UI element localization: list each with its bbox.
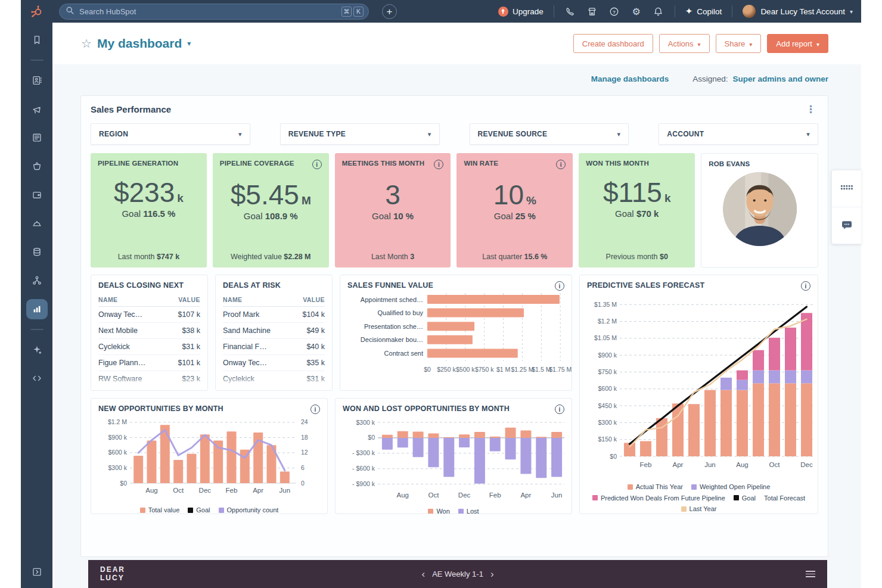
dashboard-title-menu[interactable]: ☆ My dashboard ▾: [81, 36, 191, 51]
panel-title: Sales Performance: [91, 104, 171, 114]
global-search[interactable]: ⌘ K: [59, 4, 369, 20]
legend-item[interactable]: Goal: [188, 505, 210, 514]
info-icon[interactable]: i: [312, 160, 322, 169]
info-icon[interactable]: i: [801, 281, 810, 291]
svg-text:Apr: Apr: [253, 487, 263, 494]
hubspot-logo-icon[interactable]: [29, 4, 44, 18]
sidebar-divider: [30, 60, 44, 61]
svg-text:$250 k: $250 k: [437, 366, 456, 373]
search-input[interactable]: [79, 7, 340, 16]
table-row[interactable]: Financial F…$40 k: [223, 339, 325, 355]
chevron-down-icon: [698, 39, 701, 48]
kpi-card-pipeline-generation: PIPELINE GENERATION$233kGoal 116.5 %Last…: [91, 153, 207, 267]
sidebar-item-wallet[interactable]: [26, 185, 48, 205]
legend-item[interactable]: Total Forecast: [764, 493, 805, 503]
kpi-goal: Goal 116.5 %: [122, 209, 175, 219]
table-row[interactable]: Onway Tec…$107 k: [98, 307, 200, 323]
filter-dropdown-revenue-source[interactable]: REVENUE SOURCE▾: [470, 123, 629, 145]
won-lost-opportunities-card: WON AND LOST OPPORTUNITIES BY MONTH i $3…: [335, 398, 572, 514]
add-report-button[interactable]: Add report: [767, 34, 828, 53]
create-new-button[interactable]: +: [382, 4, 397, 19]
share-button[interactable]: Share: [716, 34, 762, 53]
sidebar-item-barchart[interactable]: [26, 299, 48, 319]
table-row[interactable]: Figue Plann…$101 k: [98, 355, 200, 371]
legend-item[interactable]: Last Year: [681, 504, 717, 514]
table-row[interactable]: Onway Tec…$35 k: [223, 355, 325, 371]
search-icon: [66, 6, 74, 17]
sidebar-item-workflow[interactable]: [26, 270, 48, 291]
table-row[interactable]: Proof Mark$104 k: [223, 307, 325, 323]
table-row[interactable]: Next Mobile$38 k: [98, 323, 200, 339]
legend-item[interactable]: Total value: [140, 505, 180, 514]
legend-item[interactable]: Actual This Year: [628, 482, 683, 492]
assigned-value-link[interactable]: Super admins and owner: [732, 74, 828, 83]
legend-item[interactable]: Predicted Won Deals From Future Pipeline: [592, 493, 725, 503]
svg-text:?: ?: [613, 9, 616, 14]
svg-text:Oct: Oct: [173, 487, 184, 494]
chevron-left-icon[interactable]: ‹: [421, 569, 425, 579]
svg-text:Aug: Aug: [397, 491, 409, 499]
sidebar-item-code[interactable]: [26, 368, 48, 388]
filter-dropdown-account[interactable]: ACCOUNT▾: [659, 123, 818, 145]
kebab-menu-icon[interactable]: ⋮: [803, 103, 818, 116]
dear-lucy-footer-bar: DEAR LUCY ‹ AE Weekly 1-1 ›: [88, 560, 827, 588]
account-menu[interactable]: Dear Lucy Test Account ▾: [743, 5, 853, 18]
sales-funnel-chart: $0$250 k$500 k$750 k$1 M$1.25 M$1.5 M$1.…: [347, 291, 564, 384]
manage-dashboards-link[interactable]: Manage dashboards: [591, 74, 669, 83]
svg-text:$1.05 M: $1.05 M: [594, 334, 617, 341]
sidebar-item-database[interactable]: [26, 242, 48, 262]
sidebar-item-service-bell[interactable]: [26, 213, 48, 234]
chevron-down-icon: ▾: [428, 130, 431, 138]
legend-item[interactable]: Won: [428, 506, 449, 514]
svg-text:Appointment sched…: Appointment sched…: [361, 296, 423, 303]
filter-dropdown-region[interactable]: REGION▾: [91, 123, 250, 145]
table-row[interactable]: Cyclekick$31 k: [223, 371, 325, 387]
info-icon[interactable]: i: [310, 405, 320, 414]
filter-dropdown-revenue-type[interactable]: REVENUE TYPE▾: [280, 123, 440, 145]
table-row[interactable]: RW Software$23 k: [98, 371, 200, 387]
actions-button[interactable]: Actions: [659, 34, 710, 53]
legend-item[interactable]: Goal: [734, 493, 756, 503]
info-icon[interactable]: i: [434, 160, 443, 169]
chat-bubble-icon[interactable]: [832, 207, 861, 244]
legend-item[interactable]: Lost: [458, 506, 479, 514]
create-dashboard-button[interactable]: Create dashboard: [573, 34, 653, 53]
sales-funnel-card: SALES FUNNEL VALUE i $0$250 k$500 k$750 …: [340, 275, 572, 391]
info-icon[interactable]: i: [555, 281, 564, 291]
legend-item[interactable]: Opportunity count: [219, 505, 279, 514]
settings-gear-icon[interactable]: ⚙: [631, 5, 642, 17]
kpi-comparison: Previous month $0: [606, 253, 668, 263]
upgrade-button[interactable]: Upgrade: [498, 7, 544, 17]
phone-icon[interactable]: [564, 5, 576, 17]
table-row[interactable]: Sand Machine$49 k: [223, 323, 325, 339]
sidebar-item-basket[interactable]: [26, 156, 48, 176]
chevron-right-icon[interactable]: ›: [490, 569, 494, 579]
kpi-title: PIPELINE COVERAGE: [220, 160, 294, 167]
table-row[interactable]: Cyclekick$31 k: [98, 339, 200, 355]
info-icon[interactable]: i: [555, 405, 564, 414]
notifications-bell-icon[interactable]: [653, 5, 664, 17]
sidebar-divider: [30, 329, 44, 330]
svg-text:$0: $0: [610, 453, 617, 460]
dear-lucy-logo: DEAR LUCY: [100, 566, 125, 583]
app-grid-icon[interactable]: [832, 170, 861, 207]
legend-item[interactable]: Weighted Open Pipeline: [691, 482, 770, 492]
svg-text:- $300 k: - $300 k: [352, 449, 375, 456]
sidebar-item-bookmark[interactable]: [26, 30, 48, 50]
hamburger-menu-icon[interactable]: [806, 571, 815, 577]
sidebar-item-sparkle[interactable]: [26, 340, 48, 360]
copilot-button[interactable]: ✦ Copilot: [685, 6, 722, 17]
marketplace-icon[interactable]: [586, 5, 598, 17]
kpi-card-meetings-this-month: MEETINGS THIS MONTHi3Goal 10 %Last Month…: [335, 153, 451, 267]
divider: [554, 5, 554, 17]
sidebar-item-news[interactable]: [26, 127, 48, 148]
sidebar-item-megaphone[interactable]: [26, 99, 48, 119]
favorite-star-icon[interactable]: ☆: [81, 36, 92, 51]
right-utility-rail: [831, 170, 861, 244]
kpi-comparison: Last month $747 k: [118, 253, 180, 263]
info-icon[interactable]: i: [556, 160, 566, 169]
sidebar-panel-open-icon[interactable]: [26, 562, 48, 582]
help-icon[interactable]: ?: [608, 5, 620, 17]
svg-text:Jun: Jun: [704, 461, 716, 468]
sidebar-item-contacts[interactable]: [26, 70, 48, 91]
